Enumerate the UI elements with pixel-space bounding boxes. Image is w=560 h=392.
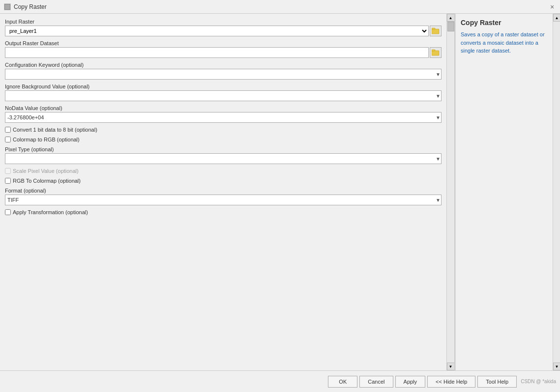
- right-panel-wrap: Copy Raster Saves a copy of a raster dat…: [455, 14, 560, 370]
- form-area: Input Raster pre_Layer1: [0, 14, 446, 370]
- output-raster-input-row: C:\b\t\tmp2020%value%.tif: [5, 47, 442, 58]
- apply-transform-text: Apply Transformation (optional): [13, 209, 88, 215]
- ignore-bg-select[interactable]: [5, 90, 442, 101]
- close-button[interactable]: ×: [548, 3, 556, 11]
- bottom-bar: OK Cancel Apply << Hide Help Tool Help C…: [0, 370, 560, 392]
- scale-pixel-checkbox[interactable]: [5, 168, 11, 174]
- config-keyword-wrapper: ▼: [5, 69, 442, 80]
- scroll-down-button[interactable]: ▼: [447, 363, 455, 370]
- ignore-bg-label: Ignore Background Value (optional): [5, 84, 442, 89]
- ok-button[interactable]: OK: [328, 376, 357, 388]
- apply-button[interactable]: Apply: [395, 376, 426, 388]
- svg-rect-3: [432, 28, 435, 29]
- help-title: Copy Raster: [461, 19, 548, 27]
- window-title: Copy Raster: [14, 3, 47, 10]
- rgb-colormap-text: RGB To Colormap (optional): [13, 178, 81, 184]
- format-group: Format (optional) TIFF ▼: [5, 188, 442, 205]
- rgb-colormap-label[interactable]: RGB To Colormap (optional): [5, 178, 442, 184]
- folder-open-icon: [432, 49, 440, 56]
- tool-help-button[interactable]: Tool Help: [477, 376, 517, 388]
- title-bar: Copy Raster ×: [0, 0, 560, 14]
- convert-1bit-checkbox[interactable]: [5, 127, 11, 133]
- scroll-up-button[interactable]: ▲: [447, 14, 455, 22]
- svg-rect-1: [5, 4, 10, 9]
- cancel-button[interactable]: Cancel: [359, 376, 393, 388]
- convert-1bit-label[interactable]: Convert 1 bit data to 8 bit (optional): [5, 127, 442, 133]
- output-raster-browse-button[interactable]: [430, 47, 442, 58]
- config-keyword-label: Configuration Keyword (optional): [5, 62, 442, 68]
- input-raster-select[interactable]: pre_Layer1: [5, 26, 429, 36]
- format-label: Format (optional): [5, 188, 442, 194]
- main-container: Input Raster pre_Layer1: [0, 14, 560, 370]
- pixel-type-group: Pixel Type (optional) ▼: [5, 146, 442, 164]
- folder-icon: [432, 28, 440, 34]
- scale-pixel-label: Scale Pixel Value (optional): [5, 168, 442, 174]
- config-keyword-select[interactable]: [5, 69, 442, 80]
- colormap-rgb-text: Colormap to RGB (optional): [13, 137, 80, 142]
- config-keyword-group: Configuration Keyword (optional) ▼: [5, 62, 442, 80]
- watermark: CSDN @ *akida: [521, 379, 556, 384]
- svg-rect-2: [432, 29, 439, 34]
- output-raster-input[interactable]: C:\b\t\tmp2020%value%.tif: [5, 47, 429, 58]
- apply-transform-checkbox[interactable]: [5, 209, 11, 215]
- pixel-type-select[interactable]: [5, 153, 442, 164]
- format-select[interactable]: TIFF: [5, 195, 442, 205]
- input-raster-browse-button[interactable]: [430, 26, 442, 36]
- input-raster-group: Input Raster pre_Layer1: [5, 19, 442, 36]
- pixel-type-label: Pixel Type (optional): [5, 146, 442, 152]
- help-description: Saves a copy of a raster dataset or conv…: [461, 30, 548, 55]
- ignore-bg-group: Ignore Background Value (optional) ▼: [5, 84, 442, 101]
- rgb-colormap-checkbox[interactable]: [5, 178, 11, 184]
- left-panel-scrollbar: ▲ ▼: [446, 14, 454, 370]
- apply-transform-label[interactable]: Apply Transformation (optional): [5, 209, 442, 215]
- right-scroll-up-button[interactable]: ▲: [553, 14, 560, 22]
- scroll-thumb: [447, 22, 454, 31]
- title-bar-left: Copy Raster: [4, 3, 47, 10]
- hide-help-button[interactable]: << Hide Help: [427, 376, 475, 388]
- svg-rect-4: [432, 51, 439, 56]
- convert-1bit-text: Convert 1 bit data to 8 bit (optional): [13, 127, 97, 133]
- left-panel: Input Raster pre_Layer1: [0, 14, 455, 370]
- format-wrapper: TIFF ▼: [5, 195, 442, 205]
- nodata-wrapper: -3.276800e+04 ▼: [5, 112, 442, 123]
- nodata-select[interactable]: -3.276800e+04: [5, 112, 442, 123]
- right-scroll-down-button[interactable]: ▼: [553, 363, 560, 370]
- ignore-bg-wrapper: ▼: [5, 90, 442, 101]
- scroll-track: [447, 22, 454, 363]
- output-raster-group: Output Raster Dataset C:\b\t\tmp2020%val…: [5, 40, 442, 58]
- input-raster-label: Input Raster: [5, 19, 442, 25]
- colormap-rgb-checkbox[interactable]: [5, 137, 11, 142]
- scale-pixel-text: Scale Pixel Value (optional): [13, 168, 79, 174]
- right-panel-scrollbar: ▲ ▼: [553, 14, 560, 370]
- right-panel: Copy Raster Saves a copy of a raster dat…: [455, 14, 553, 370]
- nodata-group: NoData Value (optional) -3.276800e+04 ▼: [5, 105, 442, 123]
- colormap-rgb-label[interactable]: Colormap to RGB (optional): [5, 137, 442, 142]
- input-raster-input-row: pre_Layer1: [5, 26, 442, 36]
- pixel-type-wrapper: ▼: [5, 153, 442, 164]
- nodata-label: NoData Value (optional): [5, 105, 442, 111]
- left-content-area: Input Raster pre_Layer1: [0, 14, 454, 370]
- output-raster-label: Output Raster Dataset: [5, 40, 442, 46]
- window-icon: [4, 3, 11, 10]
- right-scroll-track: [553, 22, 560, 363]
- svg-rect-5: [432, 50, 435, 51]
